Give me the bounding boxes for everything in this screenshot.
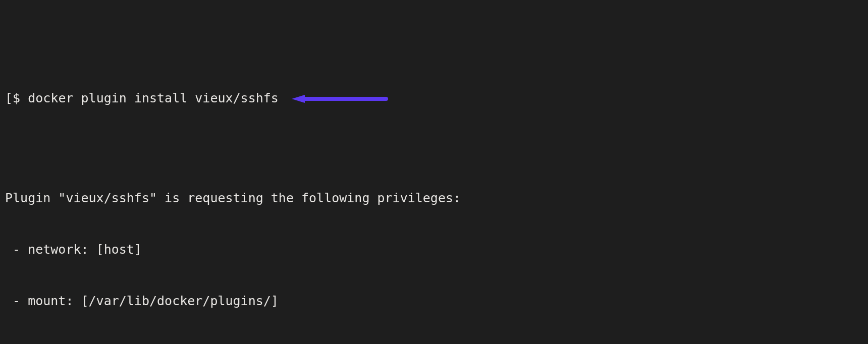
- prompt-line-1: [$ docker plugin install vieux/sshfs: [5, 59, 863, 138]
- command-install: docker plugin install vieux/sshfs: [28, 90, 279, 107]
- terminal[interactable]: [$ docker plugin install vieux/sshfs Plu…: [0, 0, 868, 344]
- output-line: - mount: [/var/lib/docker/plugins/]: [5, 293, 863, 310]
- output-line: - network: [host]: [5, 241, 863, 258]
- output-line: Plugin "vieux/sshfs" is requesting the f…: [5, 190, 863, 207]
- svg-marker-1: [292, 95, 305, 103]
- arrow-left-icon: [288, 59, 389, 139]
- prompt-lbrace: [: [5, 90, 13, 107]
- prompt-symbol: $: [13, 90, 28, 107]
